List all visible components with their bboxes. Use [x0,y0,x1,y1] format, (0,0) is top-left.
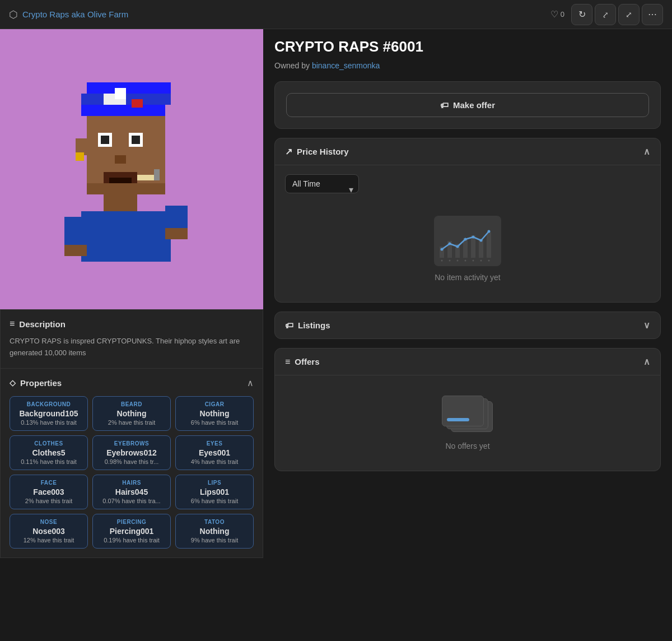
property-card: TATOO Nothing 9% have this trait [175,514,254,549]
no-activity-text: No item activity yet [435,273,500,282]
prop-value: Hairs045 [99,487,165,496]
svg-rect-20 [64,245,87,256]
properties-header[interactable]: ◇ Properties ∧ [10,378,254,388]
offers-header[interactable]: ≡ Offers ∧ [275,349,660,375]
property-card: CIGAR Nothing 6% have this trait [175,396,254,431]
price-history-panel: ↗ Price History ∧ All Time Last Year Las… [274,138,661,303]
listings-chevron: ∨ [643,320,650,331]
listings-header[interactable]: 🏷 Listings ∨ [275,312,660,338]
nft-image [53,71,210,267]
make-offer-panel: 🏷 Make offer [274,81,661,129]
svg-rect-10 [132,136,140,144]
prop-rarity: 0.98% have this tr... [99,458,165,465]
prop-rarity: 0.07% have this tra... [99,498,165,504]
svg-rect-24 [154,169,160,180]
listings-header-left: 🏷 Listings [285,320,330,330]
refresh-icon: ↻ [578,9,586,20]
svg-point-38 [488,230,491,233]
heart-icon: ♡ [550,9,558,20]
time-filter-select[interactable]: All Time Last Year Last 90 Days Last 30 … [285,174,359,193]
offers-header-left: ≡ Offers [285,357,320,367]
more-button[interactable]: ⋯ [642,4,663,25]
svg-rect-21 [165,206,188,228]
property-card: EYEBROWS Eyebrows012 0.98% have this tr.… [92,435,171,470]
prop-type: BEARD [99,401,165,407]
svg-point-37 [480,239,483,242]
property-card: CLOTHES Clothes5 0.11% have this trait [10,435,88,470]
listings-panel: 🏷 Listings ∨ [274,312,661,339]
svg-point-45 [488,260,490,262]
svg-point-33 [449,243,451,245]
chain-icon: ⬡ [9,8,18,21]
svg-rect-5 [132,99,143,108]
prop-rarity: 0.19% have this trait [99,537,165,544]
property-card: PIERCING Piercing001 0.19% have this tra… [92,514,171,549]
properties-title-area: ◇ Properties [10,378,62,388]
svg-rect-29 [471,235,475,258]
share-button[interactable]: ⤢ [618,4,640,25]
offers-icon: ≡ [285,357,290,367]
description-icon: ≡ [10,319,15,329]
svg-point-42 [465,260,466,262]
svg-rect-16 [76,152,84,161]
property-card: EYES Eyes001 4% have this trait [175,435,254,470]
refresh-button[interactable]: ↻ [571,4,592,25]
price-history-header[interactable]: ↗ Price History ∧ [275,138,660,165]
top-bar-actions: ↻ ⤤ ⤢ ⋯ [571,4,663,25]
prop-value: Eyes001 [181,448,248,457]
properties-grid: BACKGROUND Background105 0.13% have this… [10,396,254,549]
owned-by-label: Owned by [274,61,310,70]
prop-rarity: 9% have this trait [181,537,248,544]
external-link-icon: ⤤ [602,10,609,19]
owner-link[interactable]: binance_senmonka [312,61,380,70]
no-offers-text: No offers yet [445,442,489,450]
collection-name: Crypto Raps aka Olive Farm [22,10,128,19]
properties-chevron-up: ∧ [247,378,254,388]
share-icon: ⤢ [626,10,632,19]
prop-rarity: 0.11% have this trait [16,458,82,465]
svg-rect-18 [81,211,171,262]
top-bar-left: ⬡ Crypto Raps aka Olive Farm [9,8,128,21]
price-history-body: All Time Last Year Last 90 Days Last 30 … [275,165,660,302]
prop-rarity: 0.13% have this trait [16,419,82,426]
offers-body: No offers yet [275,375,660,471]
prop-rarity: 2% have this trait [99,419,165,426]
time-filter-wrapper: All Time Last Year Last 90 Days Last 30 … [285,174,359,205]
property-card: LIPS Lips001 6% have this trait [175,475,254,509]
price-chart-icon: ↗ [285,146,292,157]
main-layout: ≡ Description CRYPTO RAPS is inspred CRY… [0,29,672,558]
prop-rarity: 12% have this trait [16,537,82,544]
prop-type: TATOO [181,519,248,525]
svg-point-40 [449,260,451,262]
property-card: BEARD Nothing 2% have this trait [92,396,171,431]
property-card: BACKGROUND Background105 0.13% have this… [10,396,88,431]
svg-point-36 [472,236,475,239]
description-title: Description [19,319,66,329]
prop-type: FACE [16,480,82,486]
prop-type: CLOTHES [16,440,82,447]
prop-type: CIGAR [181,401,248,407]
prop-type: BACKGROUND [16,401,82,407]
prop-rarity: 2% have this trait [16,498,82,504]
prop-type: EYEBROWS [99,440,165,447]
external-link-button[interactable]: ⤤ [595,4,616,25]
prop-value: Nothing [99,409,165,418]
svg-point-39 [441,260,443,262]
left-column: ≡ Description CRYPTO RAPS is inspred CRY… [0,29,263,558]
no-activity-area: No item activity yet [285,205,650,293]
svg-point-34 [456,245,459,248]
more-icon: ⋯ [648,9,657,20]
svg-rect-0 [87,82,171,94]
heart-count: 0 [561,10,564,18]
offers-panel: ≡ Offers ∧ No offers yet [274,348,661,471]
svg-point-44 [480,260,482,262]
svg-point-43 [473,260,474,262]
properties-icon: ◇ [10,378,16,387]
prop-value: Nose003 [16,527,82,536]
heart-area: ♡ 0 [550,9,564,20]
make-offer-button[interactable]: 🏷 Make offer [286,93,649,117]
prop-value: Clothes5 [16,448,82,457]
svg-rect-30 [479,239,483,258]
cards-placeholder [440,396,496,435]
offers-title: Offers [295,357,319,366]
